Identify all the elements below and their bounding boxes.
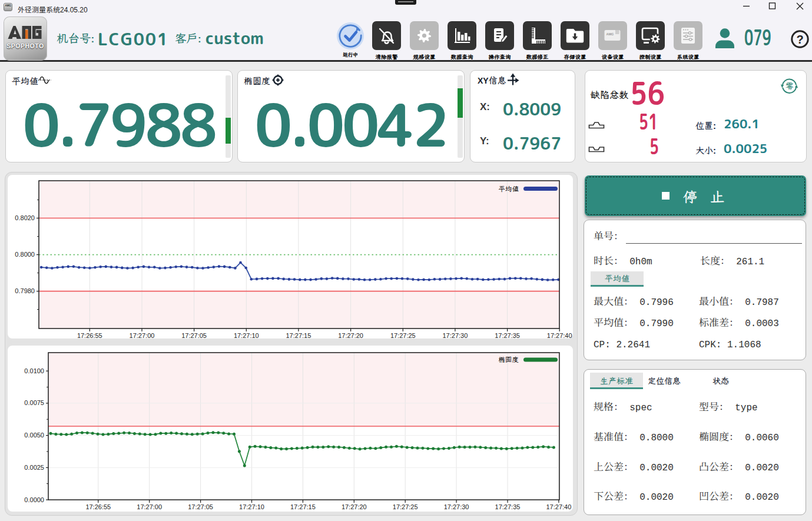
svg-text:0.7980: 0.7980 bbox=[15, 287, 35, 294]
svg-text:17:27:25: 17:27:25 bbox=[390, 332, 416, 339]
svg-text:0.8000: 0.8000 bbox=[15, 251, 35, 258]
svg-text:AMG: AMG bbox=[606, 32, 614, 36]
svg-text:17:27:30: 17:27:30 bbox=[442, 332, 468, 339]
svg-text:17:27:15: 17:27:15 bbox=[290, 503, 316, 510]
svg-text:17:27:00: 17:27:00 bbox=[130, 332, 155, 339]
svg-text:0.0100: 0.0100 bbox=[24, 367, 44, 374]
svg-text:0.0075: 0.0075 bbox=[24, 399, 44, 406]
svg-text:0.0025: 0.0025 bbox=[24, 464, 44, 471]
svg-text:17:27:35: 17:27:35 bbox=[495, 332, 520, 339]
svg-text:17:27:15: 17:27:15 bbox=[286, 332, 311, 339]
svg-text:17:27:10: 17:27:10 bbox=[239, 503, 264, 510]
svg-text:平均值: 平均值 bbox=[499, 184, 519, 193]
svg-text:零: 零 bbox=[786, 81, 794, 91]
svg-text:0.8020: 0.8020 bbox=[15, 214, 35, 221]
svg-text:17:27:40: 17:27:40 bbox=[546, 503, 571, 510]
svg-text:17:27:05: 17:27:05 bbox=[181, 332, 207, 339]
svg-text:17:27:25: 17:27:25 bbox=[393, 503, 418, 510]
svg-text:17:27:20: 17:27:20 bbox=[338, 332, 363, 339]
svg-text:17:27:05: 17:27:05 bbox=[188, 503, 213, 510]
svg-text:0.0000: 0.0000 bbox=[24, 496, 44, 503]
svg-text:17:27:40: 17:27:40 bbox=[547, 332, 572, 339]
svg-text:17:27:10: 17:27:10 bbox=[234, 332, 259, 339]
svg-text:17:27:35: 17:27:35 bbox=[495, 503, 521, 510]
svg-text:17:27:00: 17:27:00 bbox=[137, 503, 162, 510]
svg-text:17:27:30: 17:27:30 bbox=[444, 503, 469, 510]
svg-text:17:26:55: 17:26:55 bbox=[77, 332, 102, 339]
svg-text:?: ? bbox=[796, 33, 803, 46]
svg-text:17:26:55: 17:26:55 bbox=[85, 503, 111, 510]
svg-text:17:27:20: 17:27:20 bbox=[342, 503, 367, 510]
svg-text:椭圆度: 椭圆度 bbox=[499, 355, 519, 364]
svg-text:0.0050: 0.0050 bbox=[24, 432, 44, 439]
